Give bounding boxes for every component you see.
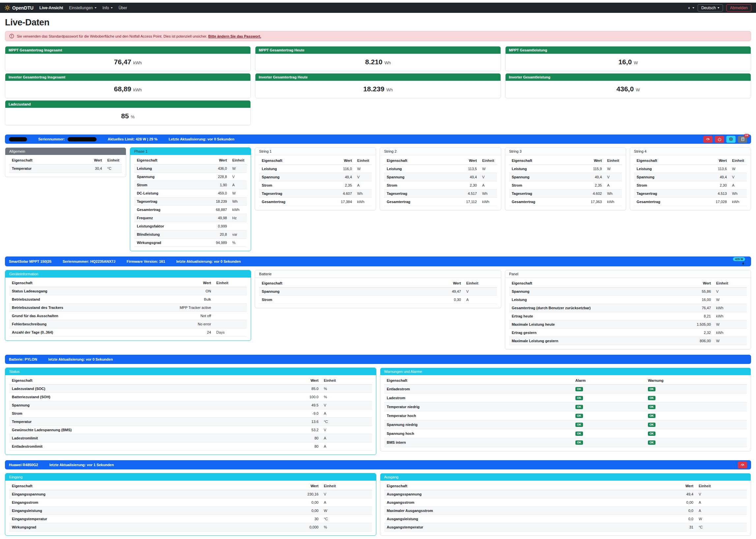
change-password-link[interactable]: Bitte ändern Sie das Passwort.: [208, 34, 261, 38]
panel-status: Status Eigenschaft Wert Einheit Ladezust…: [5, 367, 377, 455]
table-header-row: Eigenschaft Wert Einheit: [384, 157, 497, 165]
cell-value: 8,21: [694, 312, 714, 320]
cell-value: 17,384: [338, 198, 355, 206]
table-row: Ausgangstemperatur31°C: [384, 523, 747, 531]
cell-value: 80: [307, 434, 321, 442]
col-einheit: Einheit: [729, 157, 747, 165]
cell-unit: A: [321, 434, 372, 442]
journal-icon: [740, 137, 745, 141]
cell-unit: W: [714, 320, 747, 329]
table-header-row: Eigenschaft Wert Einheit: [9, 376, 372, 385]
col-einheit: Einheit: [604, 157, 622, 165]
cell-value: 459,0: [213, 189, 230, 197]
cell-unit: kWh: [479, 198, 497, 206]
summary-card-value: 68,89: [114, 85, 131, 93]
current-limit-text: Aktuelles Limit: 428 W | 29 %: [108, 137, 158, 141]
table-row: Batteriezustand (SOH)100.0%: [9, 393, 372, 401]
cell-label: Betriebszustand des Trackers: [9, 304, 177, 312]
cell-label: Gesamtertrag: [384, 198, 463, 206]
cell-value: 31: [683, 523, 696, 531]
cell-label: Leistung: [634, 165, 713, 173]
alarms-table: Eigenschaft Alarm Warnung EntladestromOK…: [384, 376, 747, 447]
cell-unit: %: [321, 523, 372, 531]
col-einheit: Einheit: [355, 157, 372, 165]
cell-unit: A: [479, 181, 497, 190]
cell-label: Tagesertrag: [134, 197, 213, 206]
table-row: Strom2,35A: [259, 181, 372, 190]
cell-value: 0,999: [213, 222, 230, 230]
col-wert: Wert: [713, 157, 730, 165]
panel-string-4-title: String 4: [630, 148, 751, 155]
summary-card-title: Ladezustand: [5, 101, 250, 108]
table-row: Wirkungsgrad94,989%: [134, 239, 247, 247]
logout-button[interactable]: Abmelden: [726, 4, 751, 12]
cell-unit: W: [714, 296, 747, 304]
string-2-table: Eigenschaft Wert Einheit Leistung113,5WS…: [384, 157, 497, 206]
cell-unit: V: [714, 287, 747, 296]
cell-unit: °C: [321, 418, 372, 426]
password-warning-alert: Sie verwenden das Standardpasswort für d…: [5, 31, 751, 41]
nav-live-ansicht[interactable]: Live-Ansicht: [39, 6, 63, 10]
power-toggle-button[interactable]: [715, 136, 724, 143]
col-wert: Wert: [305, 482, 321, 490]
cell-label: Wirkungsgrad: [9, 523, 305, 531]
table-row: BMS internOKOK: [384, 438, 747, 447]
cell-value: 24: [177, 328, 214, 337]
cell-label: Leistungsfaktor: [134, 222, 213, 230]
col-eigenschaft: Eigenschaft: [9, 156, 91, 165]
panel-string-3: String 3 Eigenschaft Wert Einheit Leistu…: [505, 147, 626, 210]
table-header-row: Eigenschaft Wert Einheit: [134, 156, 247, 165]
summary-card-unit: kWh: [133, 60, 142, 65]
summary-card-title: MPPT Gesamtertrag Heute: [255, 46, 501, 54]
table-row: Grund für das AusschaltenNot off: [9, 312, 247, 320]
table-row: Wirkungsgrad0,000%: [9, 523, 372, 531]
cell-label: Ladezustand (SOC): [9, 385, 307, 393]
table-header-row: Eigenschaft Alarm Warnung: [384, 376, 747, 385]
summary-card-value: 85: [121, 112, 129, 120]
cell-unit: [230, 222, 247, 230]
cell-label: Ausgangsleistung: [384, 515, 683, 523]
table-row: Temperatur30,4°C: [9, 165, 122, 173]
table-row: Tagesertrag18.239Wh: [134, 197, 247, 206]
device-info-button[interactable]: [726, 136, 735, 143]
brand[interactable]: OpenDTU: [5, 5, 34, 11]
inverter-section-bar: Seriennummer: Aktuelles Limit: 428 W | 2…: [5, 134, 751, 144]
eventlog-button[interactable]: 19: [738, 136, 747, 143]
table-row: Ertrag heute8,21kWh: [509, 312, 747, 320]
cell-unit: V: [696, 490, 747, 499]
nav-einstellungen[interactable]: Einstellungen: [69, 6, 97, 10]
nav-info[interactable]: Info: [103, 6, 113, 10]
cell-value: 2,35: [588, 181, 605, 190]
cell-unit: V: [604, 173, 622, 181]
cell-label: Tagesertrag: [509, 190, 588, 198]
language-select[interactable]: Deutsch: [698, 4, 723, 12]
panel-string-3-title: String 3: [505, 148, 626, 155]
table-row: Temperatur13.6°C: [9, 418, 372, 426]
cell-unit: W: [321, 507, 372, 515]
cell-value: Bulk: [177, 295, 214, 304]
table-row: Spannung49,4V: [634, 173, 747, 181]
chevron-down-icon: [111, 7, 113, 9]
summary-card-value: 18.239: [363, 85, 384, 93]
summary-card-inverter-total: Inverter Gesamtertrag Insgesamt 68,89kWh: [5, 73, 251, 98]
psu-limit-button[interactable]: [738, 462, 747, 468]
cell-unit: A: [464, 296, 497, 304]
cell-warning: OK: [645, 385, 747, 394]
col-eigenschaft: Eigenschaft: [509, 157, 588, 165]
theme-toggle[interactable]: ◐: [688, 5, 694, 10]
table-row: Ausgangsleistung0,0W: [384, 515, 747, 523]
alert-message: Sie verwenden das Standardpasswort für d…: [17, 34, 207, 38]
cell-value: 49,4: [463, 173, 479, 181]
table-header-row: Eigenschaft Wert Einheit: [259, 157, 372, 165]
panel-ausgang-title: Ausgang: [380, 473, 751, 481]
col-eigenschaft: Eigenschaft: [9, 376, 307, 385]
cell-label: Ausgangsspannung: [384, 490, 683, 499]
table-row: Strom2,30A: [384, 181, 497, 190]
table-row: Strom0,30A: [259, 296, 497, 304]
panel-string-2: String 2 Eigenschaft Wert Einheit Leistu…: [379, 147, 501, 210]
limit-settings-button[interactable]: [703, 136, 713, 143]
cell-warning: OK: [645, 412, 747, 420]
cell-label: Spannung: [509, 173, 588, 181]
nav-ueber[interactable]: Über: [119, 6, 127, 10]
status-ok-badge: OK: [576, 396, 583, 401]
